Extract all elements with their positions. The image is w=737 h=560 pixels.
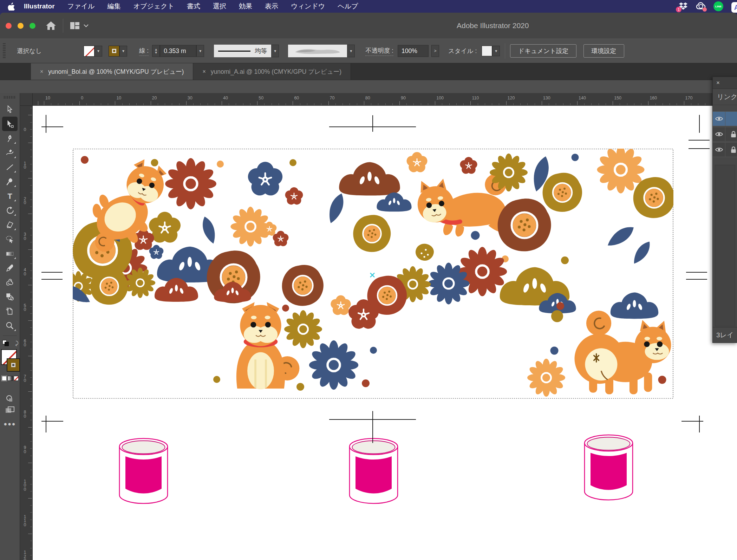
menu-item[interactable]: 選択 bbox=[213, 2, 226, 11]
minimize-window-button[interactable] bbox=[18, 23, 24, 29]
panel-close-icon[interactable]: × bbox=[716, 79, 720, 86]
layer-visibility-eye-icon[interactable] bbox=[713, 112, 725, 126]
preferences-button[interactable]: 環境設定 bbox=[583, 44, 624, 58]
canvas[interactable]: 1001020304050607080901001101201301401501… bbox=[20, 93, 737, 560]
window-title: Adobe Illustrator 2020 bbox=[457, 13, 529, 39]
variable-width-profile[interactable]: 均等 bbox=[214, 45, 271, 57]
menu-item[interactable]: ファイル bbox=[67, 2, 95, 11]
line-segment-tool[interactable] bbox=[2, 160, 18, 174]
layer-lock-icon[interactable] bbox=[725, 127, 737, 141]
document-tab-1[interactable]: ×yunomi_Bol.ai @ 100% (CMYK/GPU プレビュー) bbox=[31, 63, 193, 80]
line-icon[interactable]: LINE bbox=[713, 1, 724, 12]
eyedropper-tool[interactable] bbox=[2, 261, 18, 275]
edit-toolbar-button[interactable]: ●●● bbox=[4, 421, 16, 427]
stroke-color-swatch[interactable] bbox=[109, 46, 119, 57]
artboard[interactable] bbox=[73, 149, 673, 399]
document-setup-button[interactable]: ドキュメント設定 bbox=[510, 44, 576, 58]
h-ruler-label: 30 bbox=[188, 96, 193, 100]
document-tab-2[interactable]: ×yunomi_A.ai @ 100% (CMYK/GPU プレビュー) bbox=[193, 63, 351, 80]
pen-tool[interactable] bbox=[2, 131, 18, 145]
app-a-icon[interactable]: A bbox=[731, 1, 737, 12]
layer-visibility-eye-icon[interactable] bbox=[713, 127, 725, 141]
brush-definition[interactable] bbox=[288, 45, 347, 57]
paintbrush-tool[interactable] bbox=[2, 174, 18, 189]
v-ruler-label: 5 0 bbox=[22, 304, 27, 312]
fill-chevron-icon[interactable]: ▾ bbox=[94, 46, 102, 57]
stroke-weight-field[interactable]: 0.353 m bbox=[160, 45, 196, 57]
toolbar-grip[interactable] bbox=[4, 96, 16, 99]
v-ruler-label: 0 bbox=[22, 128, 27, 132]
home-icon[interactable] bbox=[45, 20, 57, 31]
eraser-tool[interactable] bbox=[2, 217, 18, 232]
layer-row-1[interactable] bbox=[713, 111, 737, 126]
rotate-tool[interactable] bbox=[2, 203, 18, 217]
color-mode-button[interactable] bbox=[2, 376, 7, 381]
opacity-field[interactable]: 100% bbox=[398, 45, 429, 57]
layer-row-2[interactable] bbox=[713, 127, 737, 142]
horizontal-ruler[interactable]: 1001020304050607080901001101201301401501… bbox=[20, 93, 737, 106]
direct-selection-tool[interactable] bbox=[2, 117, 18, 131]
art-dot bbox=[151, 159, 158, 167]
menu-item[interactable]: 効果 bbox=[239, 2, 252, 11]
swap-fill-stroke-icon[interactable]: ⤸ bbox=[15, 340, 18, 346]
close-window-button[interactable] bbox=[6, 23, 12, 29]
opacity-more-button[interactable]: > bbox=[431, 45, 439, 57]
gradient-mode-button[interactable] bbox=[8, 376, 13, 381]
tabbar-expand[interactable] bbox=[0, 63, 31, 80]
tab-close-icon[interactable]: × bbox=[202, 69, 206, 75]
none-mode-button[interactable] bbox=[14, 376, 19, 381]
stroke-proxy-swatch[interactable] bbox=[7, 358, 20, 372]
menu-item[interactable]: ウィンドウ bbox=[291, 2, 325, 11]
panel-tab-title[interactable]: リンク bbox=[713, 89, 737, 105]
zoom-window-button[interactable] bbox=[30, 23, 35, 29]
trim-mark bbox=[372, 115, 373, 132]
stroke-weight-stepper[interactable]: ▲▼ bbox=[152, 45, 160, 57]
arrange-documents-button[interactable] bbox=[70, 21, 89, 30]
vertical-ruler[interactable]: 01 02 03 04 05 06 07 08 09 01 0 01 1 01 … bbox=[20, 106, 33, 560]
layer-lock-icon[interactable] bbox=[725, 143, 737, 157]
selection-tool[interactable] bbox=[2, 102, 18, 117]
tab-close-icon[interactable]: × bbox=[40, 69, 43, 75]
stroke-chevron-icon[interactable]: ▾ bbox=[119, 46, 127, 57]
brush-chevron-icon[interactable]: ▾ bbox=[347, 45, 355, 57]
zoom-tool[interactable] bbox=[2, 318, 18, 333]
fill-color-swatch[interactable] bbox=[84, 46, 94, 57]
shape-builder-tool[interactable] bbox=[2, 289, 18, 304]
screen-mode-icon[interactable] bbox=[5, 406, 15, 416]
ruler-origin-box[interactable] bbox=[20, 93, 33, 106]
art-camellia bbox=[543, 173, 582, 212]
width-profile-chevron-icon[interactable]: ▾ bbox=[271, 45, 279, 57]
menu-app-name[interactable]: Illustrator bbox=[24, 2, 55, 10]
controlbar-divider bbox=[505, 43, 505, 59]
panel-empty-area bbox=[715, 165, 735, 326]
lasso-tool[interactable] bbox=[2, 232, 18, 246]
menu-item[interactable]: 書式 bbox=[187, 2, 200, 11]
opacity-label[interactable]: 不透明度 : bbox=[365, 46, 393, 56]
style-chevron-icon[interactable]: ▾ bbox=[492, 46, 500, 56]
controlbar-grip[interactable] bbox=[3, 43, 6, 59]
apple-menu-icon[interactable] bbox=[8, 2, 15, 11]
menu-item[interactable]: 表示 bbox=[265, 2, 278, 11]
artboard-tool[interactable] bbox=[2, 304, 18, 318]
graphic-style-swatch[interactable] bbox=[482, 46, 492, 56]
default-fill-stroke-icon[interactable] bbox=[2, 340, 9, 346]
creative-cloud-icon[interactable] bbox=[696, 1, 706, 12]
layer-row-3[interactable] bbox=[713, 142, 737, 157]
stroke-weight-chevron-icon[interactable]: ▾ bbox=[196, 45, 204, 57]
dropbox-icon[interactable]: 1 bbox=[678, 1, 689, 12]
menu-item[interactable]: 編集 bbox=[107, 2, 120, 11]
layer-lock-icon[interactable] bbox=[725, 112, 737, 126]
h-ruler-label: 140 bbox=[579, 96, 586, 100]
trim-mark bbox=[372, 411, 373, 443]
width-tool[interactable] bbox=[2, 275, 18, 289]
menu-item[interactable]: オブジェクト bbox=[133, 2, 174, 11]
stroke-weight-label[interactable]: 線 : bbox=[139, 46, 149, 56]
draw-mode-icon[interactable] bbox=[6, 395, 14, 404]
gradient-tool[interactable] bbox=[2, 246, 18, 261]
trim-mark bbox=[686, 272, 707, 273]
type-tool[interactable] bbox=[2, 189, 18, 203]
layer-visibility-eye-icon[interactable] bbox=[713, 143, 725, 157]
menu-item[interactable]: ヘルプ bbox=[338, 2, 358, 11]
curvature-tool[interactable] bbox=[2, 145, 18, 160]
tab-label: yunomi_Bol.ai @ 100% (CMYK/GPU プレビュー) bbox=[48, 67, 184, 76]
